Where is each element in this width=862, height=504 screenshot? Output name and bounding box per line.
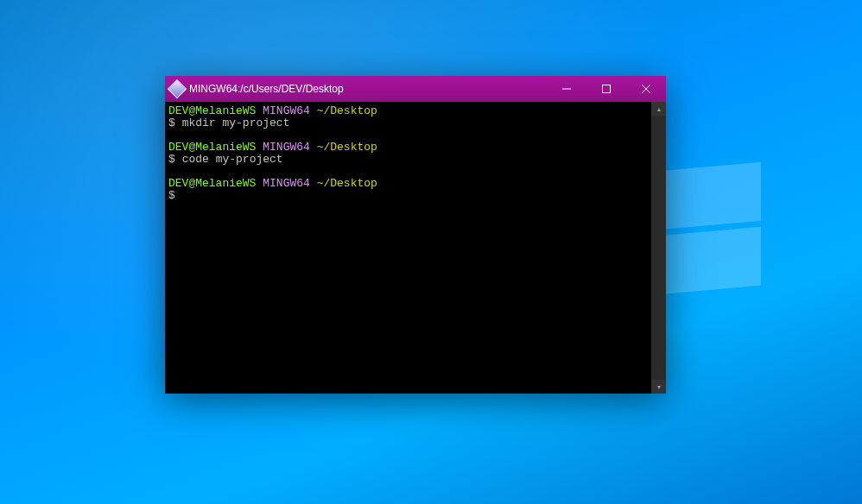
- scroll-up-button[interactable]: ▴: [651, 102, 666, 116]
- prompt-user: DEV@MelanieWS: [168, 141, 256, 154]
- prompt-symbol: $: [168, 153, 175, 166]
- prompt-symbol: $: [168, 117, 175, 129]
- prompt-env: MINGW64: [263, 141, 310, 154]
- command-text: mkdir my-project: [182, 117, 290, 129]
- prompt-path: ~/Desktop: [317, 141, 377, 154]
- git-bash-icon: [168, 79, 187, 99]
- prompt-path: ~/Desktop: [317, 177, 377, 190]
- prompt-symbol: $: [168, 189, 175, 202]
- prompt-user: DEV@MelanieWS: [168, 177, 256, 190]
- maximize-button[interactable]: [586, 76, 626, 102]
- git-bash-window: MINGW64:/c/Users/DEV/Desktop DEV@Melanie…: [165, 76, 666, 394]
- command-line: $ code my-project: [168, 154, 648, 166]
- prompt-line: DEV@MelanieWS MINGW64 ~/Desktop: [168, 142, 648, 154]
- command-line: $ mkdir my-project: [168, 117, 648, 129]
- close-icon: [642, 85, 650, 93]
- prompt-env: MINGW64: [263, 104, 310, 117]
- command-line: $: [168, 190, 648, 202]
- svg-rect-1: [603, 85, 611, 93]
- blank-line: [168, 166, 648, 178]
- minimize-button[interactable]: [547, 76, 586, 102]
- maximize-icon: [602, 85, 611, 93]
- terminal-body: DEV@MelanieWS MINGW64 ~/Desktop$ mkdir m…: [165, 102, 666, 394]
- window-controls: [547, 76, 666, 102]
- blank-line: [168, 129, 648, 142]
- window-title: MINGW64:/c/Users/DEV/Desktop: [189, 83, 547, 95]
- prompt-env: MINGW64: [263, 177, 310, 190]
- prompt-line: DEV@MelanieWS MINGW64 ~/Desktop: [168, 105, 648, 117]
- terminal-output[interactable]: DEV@MelanieWS MINGW64 ~/Desktop$ mkdir m…: [165, 102, 651, 394]
- prompt-user: DEV@MelanieWS: [168, 104, 256, 117]
- window-titlebar[interactable]: MINGW64:/c/Users/DEV/Desktop: [165, 76, 666, 102]
- vertical-scrollbar[interactable]: ▴ ▾: [651, 102, 666, 394]
- prompt-line: DEV@MelanieWS MINGW64 ~/Desktop: [168, 178, 648, 190]
- scroll-down-button[interactable]: ▾: [651, 380, 666, 394]
- command-text: code my-project: [182, 153, 283, 166]
- prompt-path: ~/Desktop: [317, 104, 377, 117]
- minimize-icon: [562, 85, 571, 93]
- close-button[interactable]: [626, 76, 666, 102]
